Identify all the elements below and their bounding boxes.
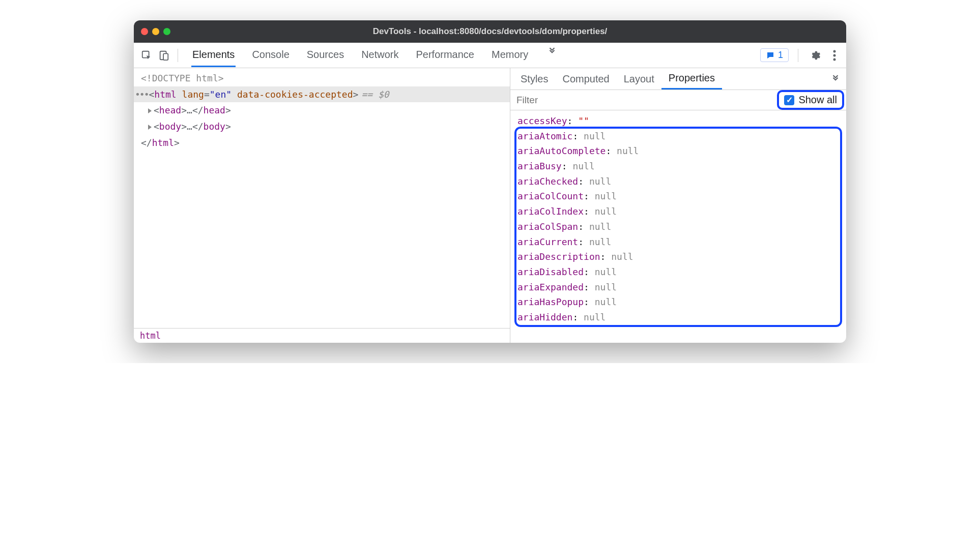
property-row[interactable]: ariaExpanded: null — [517, 280, 839, 295]
tab-elements[interactable]: Elements — [191, 44, 236, 67]
property-value: null — [617, 145, 639, 156]
content-area: <!DOCTYPE html> •••<html lang="en" data-… — [134, 68, 846, 343]
property-row[interactable]: ariaColSpan: null — [517, 219, 839, 234]
tab-console[interactable]: Console — [251, 44, 290, 67]
titlebar: DevTools - localhost:8080/docs/devtools/… — [134, 20, 846, 43]
tab-memory[interactable]: Memory — [491, 44, 529, 67]
issues-badge[interactable]: 1 — [760, 48, 789, 62]
property-row[interactable]: ariaBusy: null — [517, 159, 839, 174]
property-separator: : — [578, 176, 589, 187]
property-separator: : — [578, 236, 589, 247]
property-name: ariaAtomic — [517, 131, 572, 141]
devtools-window: DevTools - localhost:8080/docs/devtools/… — [134, 20, 846, 343]
filter-row: ✓ Show all — [510, 90, 846, 110]
dom-body-element[interactable]: <body>…</body> — [134, 118, 510, 135]
property-name: ariaHidden — [517, 312, 572, 322]
property-value: null — [589, 236, 611, 247]
property-separator: : — [562, 161, 573, 171]
dom-html-element[interactable]: •••<html lang="en" data-cookies-accepted… — [134, 86, 510, 103]
more-options-icon[interactable] — [827, 48, 842, 63]
property-separator: : — [567, 115, 579, 126]
property-name: ariaCurrent — [517, 236, 578, 247]
property-separator: : — [600, 251, 612, 262]
property-row[interactable]: ariaHasPopup: null — [517, 294, 839, 310]
checkmark-icon: ✓ — [786, 95, 793, 105]
property-row[interactable]: accessKey: "" — [517, 113, 839, 129]
property-value: null — [589, 176, 611, 187]
close-window-button[interactable] — [141, 28, 148, 35]
property-row[interactable]: ariaColCount: null — [517, 189, 839, 204]
property-value: null — [589, 221, 611, 232]
main-toolbar: Elements Console Sources Network Perform… — [134, 43, 846, 68]
toolbar-separator — [798, 49, 798, 62]
issues-count: 1 — [778, 50, 783, 61]
property-name: ariaAutoComplete — [517, 145, 606, 156]
more-sidetabs-icon[interactable] — [828, 71, 843, 86]
expand-triangle-icon[interactable] — [148, 125, 152, 130]
tab-sources[interactable]: Sources — [306, 44, 345, 67]
property-row[interactable]: ariaCurrent: null — [517, 234, 839, 250]
property-name: ariaDescription — [517, 251, 600, 262]
dom-head-element[interactable]: <head>…</head> — [134, 102, 510, 118]
property-name: ariaColIndex — [517, 206, 584, 217]
show-all-checkbox[interactable]: ✓ — [784, 95, 794, 105]
svg-point-3 — [833, 50, 836, 52]
svg-rect-2 — [163, 53, 168, 60]
sidebar-panel: Styles Computed Layout Properties ✓ Show… — [510, 68, 846, 343]
show-all-label: Show all — [798, 94, 837, 106]
property-separator: : — [606, 145, 617, 156]
svg-point-4 — [833, 54, 836, 56]
more-tabs-icon[interactable] — [544, 44, 560, 59]
expand-triangle-icon[interactable] — [148, 108, 152, 113]
property-value: null — [584, 131, 606, 141]
issues-icon — [766, 51, 775, 60]
tab-network[interactable]: Network — [360, 44, 399, 67]
settings-icon[interactable] — [808, 48, 823, 63]
device-toolbar-icon[interactable] — [155, 47, 172, 64]
property-value: null — [611, 251, 633, 262]
maximize-window-button[interactable] — [163, 28, 170, 35]
property-row[interactable]: ariaHidden: null — [517, 310, 839, 325]
property-row[interactable]: ariaDescription: null — [517, 249, 839, 264]
sidetab-properties[interactable]: Properties — [661, 68, 722, 90]
property-value: null — [572, 161, 594, 171]
main-tabs: Elements Console Sources Network Perform… — [191, 44, 560, 67]
property-separator: : — [584, 191, 595, 201]
tab-performance[interactable]: Performance — [415, 44, 476, 67]
property-separator: : — [572, 312, 584, 322]
properties-list[interactable]: accessKey: ""ariaAtomic: nullariaAutoCom… — [510, 110, 846, 343]
property-separator: : — [578, 221, 589, 232]
property-value: null — [595, 191, 617, 201]
property-separator: : — [572, 131, 584, 141]
property-value: null — [595, 282, 617, 292]
sidetab-styles[interactable]: Styles — [513, 69, 555, 89]
elements-panel: <!DOCTYPE html> •••<html lang="en" data-… — [134, 68, 510, 343]
expand-dots-icon: ••• — [135, 89, 149, 100]
dom-tree[interactable]: <!DOCTYPE html> •••<html lang="en" data-… — [134, 68, 510, 328]
property-name: ariaHasPopup — [517, 296, 584, 307]
dom-doctype[interactable]: <!DOCTYPE html> — [134, 70, 510, 86]
property-row[interactable]: ariaAtomic: null — [517, 129, 839, 144]
properties-filter-input[interactable] — [510, 91, 777, 110]
show-all-toggle[interactable]: ✓ Show all — [777, 90, 844, 110]
property-name: ariaColSpan — [517, 221, 578, 232]
breadcrumb[interactable]: html — [134, 328, 510, 343]
property-separator: : — [584, 206, 595, 217]
dom-html-close[interactable]: </html> — [134, 135, 510, 151]
property-name: ariaBusy — [517, 161, 562, 171]
property-name: ariaChecked — [517, 176, 578, 187]
property-separator: : — [584, 282, 595, 292]
property-name: ariaColCount — [517, 191, 584, 201]
property-separator: : — [584, 296, 595, 307]
property-row[interactable]: ariaDisabled: null — [517, 264, 839, 280]
property-row[interactable]: ariaColIndex: null — [517, 204, 839, 219]
property-value: null — [595, 266, 617, 277]
property-name: accessKey — [517, 115, 567, 126]
property-row[interactable]: ariaChecked: null — [517, 174, 839, 189]
minimize-window-button[interactable] — [152, 28, 159, 35]
window-controls — [141, 28, 170, 35]
property-row[interactable]: ariaAutoComplete: null — [517, 143, 839, 159]
inspect-element-icon[interactable] — [138, 47, 155, 64]
sidetab-layout[interactable]: Layout — [617, 69, 661, 89]
sidetab-computed[interactable]: Computed — [555, 69, 616, 89]
